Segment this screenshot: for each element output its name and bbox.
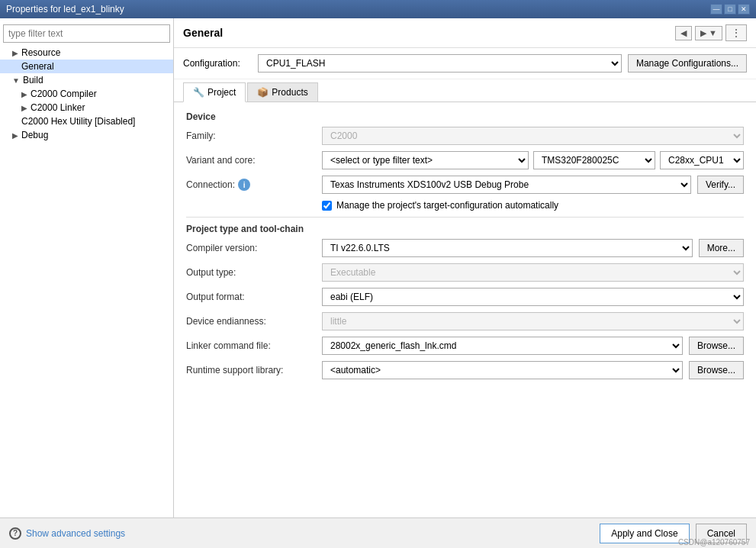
variant-filter-select[interactable]: <select or type filter text> xyxy=(322,151,529,169)
build-arrow: ▼ xyxy=(12,76,20,85)
compiler-arrow: ▶ xyxy=(21,90,27,98)
window-title: Properties for led_ex1_blinky xyxy=(6,4,124,15)
page-title: General xyxy=(183,27,223,39)
sidebar-item-debug[interactable]: ▶ Debug xyxy=(0,128,173,142)
sidebar-item-c2000linker-label: C2000 Linker xyxy=(31,102,85,113)
sidebar-item-c2000hexutility[interactable]: C2000 Hex Utility [Disabled] xyxy=(0,114,173,128)
products-tab-icon: 📦 xyxy=(257,87,269,98)
compiler-version-row: Compiler version: TI v22.6.0.LTS More... xyxy=(186,239,744,257)
connection-label-text: Connection: xyxy=(186,179,235,190)
auto-config-checkbox-row: Manage the project's target-configuratio… xyxy=(322,200,744,211)
window-controls: — □ ✕ xyxy=(710,4,750,15)
help-icon: ? xyxy=(9,527,21,540)
linker-command-file-select[interactable]: 28002x_generic_flash_lnk.cmd xyxy=(322,337,683,355)
sidebar-item-c2000compiler[interactable]: ▶ C2000 Compiler xyxy=(0,87,173,101)
runtime-browse-button[interactable]: Browse... xyxy=(689,361,744,379)
linker-command-file-label: Linker command file: xyxy=(186,340,316,351)
device-endianness-label: Device endianness: xyxy=(186,316,316,327)
form-content: Device Family: C2000 Variant and core: <… xyxy=(174,102,756,517)
variant-selects: <select or type filter text> TMS320F2800… xyxy=(322,151,744,169)
sidebar-item-c2000linker[interactable]: ▶ C2000 Linker xyxy=(0,101,173,114)
sidebar-item-resource-label: Resource xyxy=(21,47,60,58)
minimize-button[interactable]: — xyxy=(710,4,722,15)
title-bar: Properties for led_ex1_blinky — □ ✕ xyxy=(0,0,756,18)
bottom-left: ? Show advanced settings xyxy=(9,527,125,540)
linker-browse-button[interactable]: Browse... xyxy=(689,337,744,355)
compiler-more-button[interactable]: More... xyxy=(699,239,744,257)
output-format-label: Output format: xyxy=(186,292,316,302)
linker-command-file-row: Linker command file: 28002x_generic_flas… xyxy=(186,337,744,355)
output-type-label: Output type: xyxy=(186,267,316,278)
sidebar-item-general-label: General xyxy=(21,61,54,72)
variant-core-select[interactable]: C28xx_CPU1 xyxy=(660,151,744,169)
runtime-library-row: Runtime support library: <automatic> Bro… xyxy=(186,361,744,379)
linker-arrow: ▶ xyxy=(21,104,27,112)
variant-core-row: Variant and core: <select or type filter… xyxy=(186,151,744,169)
watermark: CSDN@a120760757 xyxy=(675,537,753,548)
project-type-section-title: Project type and tool-chain xyxy=(186,224,744,234)
configuration-select[interactable]: CPU1_FLASH xyxy=(258,54,622,73)
sidebar-item-c2000hexutility-label: C2000 Hex Utility [Disabled] xyxy=(21,116,135,127)
tabs-container: 🔧 Project 📦 Products xyxy=(174,79,756,102)
device-section-title: Device xyxy=(186,111,744,122)
show-advanced-settings-link[interactable]: Show advanced settings xyxy=(26,528,125,539)
output-type-select[interactable]: Executable xyxy=(322,263,744,282)
connection-row: Connection: i Texas Instruments XDS100v2… xyxy=(186,176,744,194)
runtime-library-label: Runtime support library: xyxy=(186,365,316,376)
nav-forward-button[interactable]: ▶ ▼ xyxy=(695,26,722,40)
content-header: General ◀ ▶ ▼ ⋮ xyxy=(174,18,756,48)
nav-back-button[interactable]: ◀ xyxy=(675,26,692,40)
close-button[interactable]: ✕ xyxy=(738,4,750,15)
sidebar-item-build-label: Build xyxy=(23,75,43,85)
connection-info-icon[interactable]: i xyxy=(238,179,250,191)
compiler-version-select[interactable]: TI v22.6.0.LTS xyxy=(322,239,693,257)
variant-device-select[interactable]: TMS320F280025C xyxy=(533,151,655,169)
products-tab-label: Products xyxy=(272,87,307,98)
configuration-row: Configuration: CPU1_FLASH Manage Configu… xyxy=(174,48,756,79)
maximize-button[interactable]: □ xyxy=(724,4,736,15)
runtime-library-select[interactable]: <automatic> xyxy=(322,361,683,379)
output-type-row: Output type: Executable xyxy=(186,263,744,282)
family-row: Family: C2000 xyxy=(186,127,744,145)
configuration-label: Configuration: xyxy=(183,58,252,69)
auto-config-label: Manage the project's target-configuratio… xyxy=(336,200,558,211)
device-endianness-row: Device endianness: little xyxy=(186,312,744,330)
section-divider xyxy=(186,217,744,218)
bottom-bar: ? Show advanced settings Apply and Close… xyxy=(0,517,756,548)
debug-arrow: ▶ xyxy=(12,131,18,140)
family-label: Family: xyxy=(186,131,316,141)
output-format-row: Output format: eabi (ELF) xyxy=(186,288,744,306)
connection-select[interactable]: Texas Instruments XDS100v2 USB Debug Pro… xyxy=(322,176,691,194)
family-select[interactable]: C2000 xyxy=(322,127,744,145)
manage-configurations-button[interactable]: Manage Configurations... xyxy=(628,54,747,73)
sidebar-item-resource[interactable]: ▶ Resource xyxy=(0,46,173,60)
auto-config-checkbox[interactable] xyxy=(322,201,332,211)
sidebar-item-build[interactable]: ▼ Build xyxy=(0,73,173,87)
project-tab-icon: 🔧 xyxy=(193,87,204,98)
verify-button[interactable]: Verify... xyxy=(697,176,744,194)
sidebar-item-debug-label: Debug xyxy=(21,130,48,140)
project-tab-label: Project xyxy=(207,87,236,98)
main-container: ▶ Resource General ▼ Build ▶ C2000 Compi… xyxy=(0,18,756,517)
tab-products[interactable]: 📦 Products xyxy=(247,82,317,102)
sidebar-item-general[interactable]: General xyxy=(0,60,173,73)
content-area: General ◀ ▶ ▼ ⋮ Configuration: CPU1_FLAS… xyxy=(174,18,756,517)
connection-label: Connection: i xyxy=(186,179,316,191)
sidebar-item-c2000compiler-label: C2000 Compiler xyxy=(31,89,97,99)
header-nav-buttons: ◀ ▶ ▼ ⋮ xyxy=(675,24,747,41)
sidebar-filter-input[interactable] xyxy=(3,24,170,43)
variant-core-label: Variant and core: xyxy=(186,155,316,166)
output-format-select[interactable]: eabi (ELF) xyxy=(322,288,744,306)
tab-project[interactable]: 🔧 Project xyxy=(183,82,246,102)
compiler-version-label: Compiler version: xyxy=(186,243,316,253)
sidebar: ▶ Resource General ▼ Build ▶ C2000 Compi… xyxy=(0,18,174,517)
device-endianness-select[interactable]: little xyxy=(322,312,744,330)
nav-more-button[interactable]: ⋮ xyxy=(725,24,747,41)
resource-arrow: ▶ xyxy=(12,49,18,57)
